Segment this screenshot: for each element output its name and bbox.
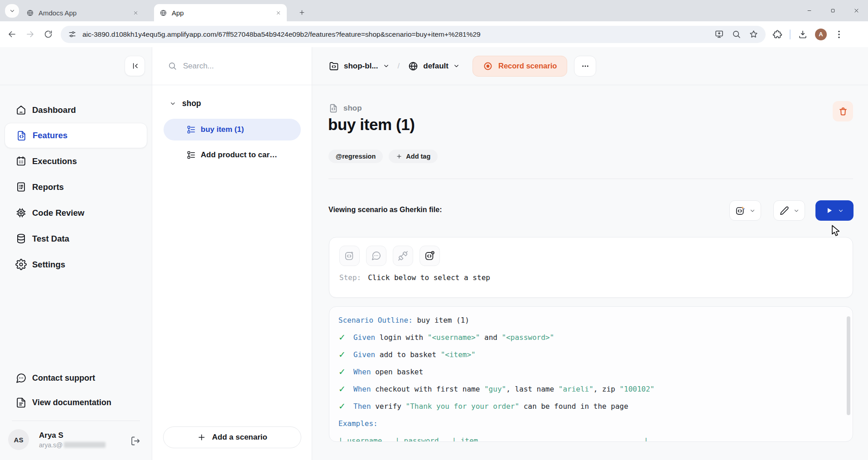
record-scenario-button[interactable]: Record scenario xyxy=(473,56,567,77)
sidebar-item-label: View documentation xyxy=(32,398,111,407)
scenario-icon xyxy=(187,125,196,134)
url-text[interactable]: aic-3890.d108kh1y4equ5g.amplifyapp.com/6… xyxy=(82,30,709,39)
add-tag-button[interactable]: Add tag xyxy=(389,150,438,163)
chat-icon xyxy=(15,373,27,384)
step-prefix: Step: xyxy=(339,273,361,282)
minimize-button[interactable] xyxy=(797,0,821,21)
code-eye-icon xyxy=(424,251,435,261)
search-bar[interactable]: Search... xyxy=(152,47,312,85)
sidebar-item-reports[interactable]: Reports xyxy=(0,174,152,200)
browser-toolbar: aic-3890.d108kh1y4equ5g.amplifyapp.com/6… xyxy=(0,21,868,47)
sidebar-item-dashboard[interactable]: Dashboard xyxy=(0,97,152,123)
site-info-icon[interactable] xyxy=(68,30,77,39)
chevron-down-icon xyxy=(749,208,756,214)
gear-icon xyxy=(15,259,27,270)
browser-tab-amdocs-app[interactable]: Amdocs App xyxy=(21,4,144,21)
record-scenario-label: Record scenario xyxy=(498,62,557,70)
scenario-item-buy-item-1[interactable]: buy item (1) xyxy=(164,119,301,140)
gherkin-line: ✓Then verify "Thank you for your order" … xyxy=(338,397,853,415)
sidebar-item-code-review[interactable]: Code Review xyxy=(0,200,152,226)
forward-button[interactable] xyxy=(21,25,39,44)
comment-step-button[interactable] xyxy=(366,246,386,266)
chevron-down-icon xyxy=(453,63,460,69)
sidebar-item-test-data[interactable]: Test Data xyxy=(0,226,152,252)
feature-group-shop[interactable]: shop xyxy=(152,97,312,109)
collapse-sidebar-button[interactable] xyxy=(125,56,145,76)
more-options-button[interactable] xyxy=(574,56,596,77)
logout-button[interactable] xyxy=(130,436,141,446)
search-input[interactable]: Search... xyxy=(183,62,214,71)
maximize-button[interactable] xyxy=(821,0,844,21)
downloads-icon[interactable] xyxy=(798,29,808,39)
reload-button[interactable] xyxy=(39,25,57,44)
sidebar-item-executions[interactable]: Executions xyxy=(0,148,152,174)
sidebar-item-label: Dashboard xyxy=(32,105,76,115)
url-bar[interactable]: aic-3890.d108kh1y4equ5g.amplifyapp.com/6… xyxy=(61,26,766,43)
code-step-button[interactable] xyxy=(420,246,440,266)
sidebar-item-features[interactable]: Features xyxy=(5,123,147,148)
sidebar-item-label: Executions xyxy=(32,156,77,166)
pencil-icon xyxy=(779,206,789,216)
tab-search-button[interactable] xyxy=(5,4,19,18)
extensions-puzzle-icon[interactable] xyxy=(772,29,782,39)
browser-profile-avatar[interactable]: A xyxy=(815,29,827,40)
page-title: buy item (1) xyxy=(328,116,415,134)
feature-group-label: shop xyxy=(182,99,201,108)
gherkin-code-block[interactable]: Scenario Outline: buy item (1)✓Given log… xyxy=(329,306,853,442)
record-icon xyxy=(483,61,493,71)
sidebar-item-view-documentation[interactable]: View documentation xyxy=(0,390,152,415)
toolbar-divider xyxy=(790,29,791,39)
close-window-button[interactable] xyxy=(844,0,868,21)
sidebar-item-label: Reports xyxy=(32,182,64,192)
scenario-item-label: Add product to car… xyxy=(201,150,277,160)
gherkin-line: | username | password | item | xyxy=(338,432,853,442)
environment-selector[interactable]: default xyxy=(408,61,460,72)
plug-icon xyxy=(398,251,408,261)
bookmark-star-icon[interactable] xyxy=(749,29,758,39)
check-icon: ✓ xyxy=(338,349,353,359)
back-button[interactable] xyxy=(3,25,21,44)
run-scenario-button[interactable] xyxy=(815,200,854,221)
content-divider xyxy=(328,179,853,179)
close-icon xyxy=(854,8,859,14)
browser-menu-icon[interactable] xyxy=(834,29,844,39)
browser-tab-app[interactable]: App xyxy=(154,4,287,21)
code-scrollbar[interactable] xyxy=(847,316,850,415)
footer-divider xyxy=(12,421,140,421)
environment-selector-label: default xyxy=(423,62,448,71)
tags-row: @regression Add tag xyxy=(328,150,438,163)
scenario-item-add-product-to-car[interactable]: Add product to car… xyxy=(164,144,301,166)
delete-scenario-button[interactable] xyxy=(833,101,853,121)
chevron-down-icon xyxy=(793,208,800,214)
home-icon xyxy=(15,104,27,116)
file-code-icon xyxy=(328,103,338,113)
sidebar-item-label: Contact support xyxy=(32,373,95,383)
gherkin-line: Scenario Outline: buy item (1) xyxy=(338,311,853,329)
edit-scenario-button[interactable] xyxy=(773,200,805,221)
chevron-down-icon[interactable] xyxy=(169,100,176,107)
feature-selector[interactable]: shop-bl... xyxy=(328,61,390,72)
tag-regression[interactable]: @regression xyxy=(328,150,383,163)
sidebar-item-settings[interactable]: Settings xyxy=(0,252,152,277)
tab-strip: Amdocs AppApp xyxy=(0,0,868,21)
ai-generate-step-button[interactable] xyxy=(339,246,360,266)
install-app-icon[interactable] xyxy=(714,29,724,39)
add-scenario-button[interactable]: Add a scenario xyxy=(163,426,301,448)
tab-close-button[interactable] xyxy=(274,9,282,17)
step-toolbar xyxy=(339,246,843,266)
profile-name: Arya S xyxy=(39,431,106,440)
code-sparkle-icon xyxy=(344,251,355,261)
user-profile: AS Arya S arya.s@ xyxy=(0,426,152,460)
new-tab-button[interactable] xyxy=(295,6,308,19)
gherkin-line: Examples: xyxy=(338,415,853,432)
app-root: DashboardFeaturesExecutionsReportsCode R… xyxy=(0,47,868,460)
sidebar-divider xyxy=(0,85,152,85)
tab-close-button[interactable] xyxy=(131,9,140,17)
api-step-button[interactable] xyxy=(393,246,413,266)
tab-title: Amdocs App xyxy=(39,9,128,17)
mouse-cursor xyxy=(831,225,842,237)
plus-icon xyxy=(396,153,402,160)
sidebar-item-contact-support[interactable]: Contact support xyxy=(0,366,152,390)
zoom-icon[interactable] xyxy=(732,29,741,39)
generate-code-button[interactable] xyxy=(729,200,761,221)
